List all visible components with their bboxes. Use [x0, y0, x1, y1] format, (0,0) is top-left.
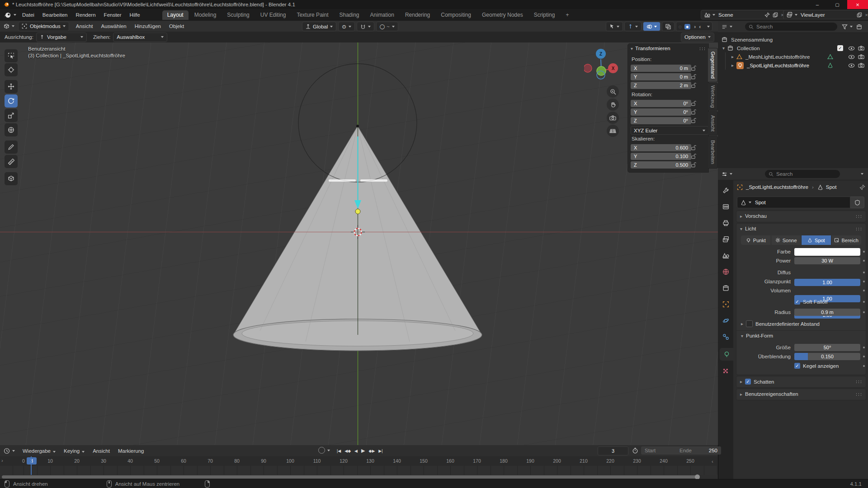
- tool-scale[interactable]: [5, 109, 18, 122]
- tab-output[interactable]: [722, 220, 729, 227]
- light-type-spot[interactable]: Spot: [802, 235, 831, 245]
- workspace-tab-rendering[interactable]: Rendering: [400, 10, 435, 20]
- light-type-bereich[interactable]: Bereich: [831, 235, 861, 245]
- shading-solid-button[interactable]: ●: [684, 24, 690, 29]
- workspace-tab-sculpting[interactable]: Sculpting: [222, 10, 254, 20]
- play-reverse-button[interactable]: ◀: [353, 447, 359, 455]
- viewport-menu-hinzufuegen[interactable]: Hinzufügen: [131, 23, 165, 29]
- play-button[interactable]: ▶: [360, 446, 366, 455]
- region-collapse-icon[interactable]: ‹: [712, 459, 713, 464]
- light-type-punkt[interactable]: Punkt: [741, 235, 771, 245]
- tool-transform[interactable]: [5, 123, 18, 136]
- gizmos-dropdown[interactable]: [624, 22, 642, 31]
- outliner-filter-button[interactable]: [842, 24, 853, 30]
- outliner-row-collection[interactable]: ▾ Collection ✓: [718, 44, 868, 52]
- camera-view-button[interactable]: [607, 112, 619, 124]
- transform-orientation-dropdown[interactable]: Global: [302, 22, 336, 31]
- outliner-search-box[interactable]: Search: [745, 23, 837, 31]
- viewport-menu-auswaehlen[interactable]: Auswählen: [97, 23, 130, 29]
- tab-texture[interactable]: [722, 368, 729, 375]
- options-dropdown[interactable]: Optionen: [681, 33, 714, 42]
- mode-dropdown[interactable]: Objektmodus: [18, 22, 69, 31]
- properties-search-box[interactable]: Search: [765, 170, 840, 178]
- rotation-z-field[interactable]: Z0°: [631, 117, 691, 124]
- subpanel-spot-shape[interactable]: ▾ Punkt-Form: [741, 333, 773, 338]
- sidebar-tab-ansicht[interactable]: Ansicht: [708, 111, 718, 136]
- menu-bearbeiten[interactable]: Bearbeiten: [38, 12, 72, 18]
- panel-light-header[interactable]: ▾Licht: [736, 224, 866, 234]
- outliner-row-mesh-object[interactable]: ▸ _MeshLightLeuchtstoffröhre: [718, 52, 868, 61]
- jump-to-start-button[interactable]: |◀: [335, 447, 342, 455]
- tab-collection[interactable]: [722, 285, 729, 292]
- minimize-button[interactable]: –: [807, 0, 827, 9]
- proportional-edit-dropdown[interactable]: ◯~: [376, 22, 398, 31]
- tool-cursor[interactable]: [5, 63, 18, 76]
- camera-icon[interactable]: [858, 63, 864, 68]
- workspace-tab-add[interactable]: +: [561, 10, 574, 20]
- outliner-row-scene-collection[interactable]: Szenensammlung: [718, 35, 868, 44]
- size-field[interactable]: 50°: [794, 344, 860, 351]
- rotation-x-field[interactable]: X0°: [631, 100, 691, 107]
- menu-hilfe[interactable]: Hilfe: [126, 12, 144, 18]
- playhead-line[interactable]: [31, 456, 32, 475]
- workspace-tab-modeling[interactable]: Modeling: [189, 10, 222, 20]
- sidebar-tab-werkzeug[interactable]: Werkzeug: [708, 83, 718, 111]
- diffuse-slider[interactable]: 1.00: [794, 279, 860, 286]
- position-z-field[interactable]: Z2 m: [631, 82, 691, 89]
- menu-rendern[interactable]: Rendern: [71, 12, 99, 18]
- workspace-tab-shading[interactable]: Shading: [334, 10, 364, 20]
- lock-icon[interactable]: [690, 153, 696, 159]
- outliner-editor-type-button[interactable]: [718, 24, 732, 30]
- shading-wireframe-button[interactable]: ◌: [679, 24, 682, 29]
- tool-select-box[interactable]: [5, 49, 18, 62]
- tab-tool[interactable]: [722, 187, 729, 195]
- workspace-tab-animation[interactable]: Animation: [365, 10, 399, 20]
- workspace-tab-scripting[interactable]: Scripting: [529, 10, 560, 20]
- color-swatch[interactable]: [794, 248, 860, 256]
- position-y-field[interactable]: Y0 m: [631, 73, 691, 80]
- expander-icon[interactable]: ▾: [722, 46, 725, 51]
- tool-rotate[interactable]: [5, 94, 18, 108]
- eye-icon[interactable]: [848, 55, 855, 59]
- navigation-gizmo[interactable]: Z X: [584, 48, 620, 80]
- tab-physics[interactable]: [722, 317, 729, 325]
- prev-keyframe-button[interactable]: ◀◆: [343, 447, 352, 455]
- shadow-checkbox[interactable]: ✓: [745, 379, 751, 385]
- panel-custom-properties[interactable]: ▸Benutzereigenschaften: [736, 389, 866, 400]
- workspace-tab-layout[interactable]: Layout: [162, 10, 189, 20]
- close-button[interactable]: ×: [847, 0, 868, 9]
- copy-scene-icon[interactable]: [773, 12, 778, 18]
- snap-dropdown[interactable]: [357, 22, 374, 31]
- ortho-toggle-button[interactable]: [607, 125, 619, 137]
- zoom-button[interactable]: [607, 85, 619, 98]
- timeline-menu-markierung[interactable]: Markierung: [114, 448, 148, 454]
- lock-icon[interactable]: [690, 109, 696, 115]
- workspace-tab-geometry-nodes[interactable]: Geometry Nodes: [477, 10, 528, 20]
- new-collection-button[interactable]: [856, 24, 862, 30]
- editor-type-button[interactable]: [0, 23, 16, 29]
- tab-object-data-active[interactable]: [720, 348, 733, 361]
- timeline-editor-type-button[interactable]: [0, 448, 15, 454]
- subpanel-custom-distance[interactable]: ▸ Benutzerdefinierter Abstand: [741, 320, 820, 327]
- scale-x-field[interactable]: X0.600: [631, 144, 691, 151]
- sidebar-tab-gegenstand[interactable]: Gegenstand: [708, 48, 718, 82]
- pan-button[interactable]: [607, 99, 619, 111]
- pivot-point-dropdown[interactable]: ⊙: [338, 22, 355, 31]
- menu-datei[interactable]: Datei: [18, 12, 38, 18]
- tool-move[interactable]: [5, 80, 18, 93]
- outliner-row-light-object[interactable]: ▸ _SpotLightLeuchtstoffröhre: [718, 61, 868, 70]
- selectability-visibility-dropdown[interactable]: [606, 22, 623, 31]
- fake-user-button[interactable]: [850, 197, 864, 208]
- custom-distance-checkbox[interactable]: [746, 320, 753, 327]
- light-type-sonne[interactable]: Sonne: [771, 235, 801, 245]
- lock-icon[interactable]: [690, 82, 696, 88]
- tab-world[interactable]: [722, 268, 729, 276]
- rotation-mode-dropdown[interactable]: XYZ Euler: [631, 126, 708, 135]
- tool-annotate[interactable]: [5, 141, 18, 154]
- remove-view-layer-icon[interactable]: ×: [865, 12, 868, 18]
- align-dropdown[interactable]: Vorgabe: [36, 33, 87, 42]
- camera-icon[interactable]: [858, 46, 864, 51]
- viewport-menu-objekt[interactable]: Objekt: [165, 23, 188, 29]
- workspace-tab-texture-paint[interactable]: Texture Paint: [292, 10, 333, 20]
- viewport-canvas[interactable]: Benutzeransicht (3) Collection | _SpotLi…: [0, 42, 718, 445]
